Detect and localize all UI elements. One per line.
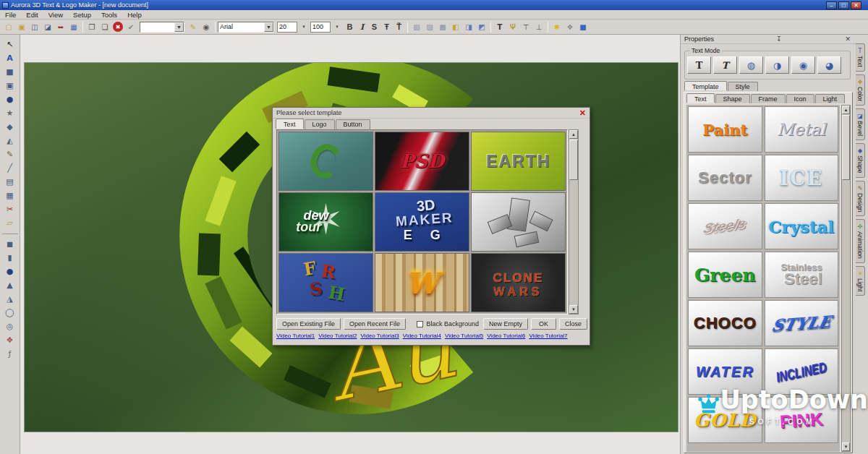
texture-icon[interactable]: ▩ — [436, 21, 449, 33]
depth-field[interactable]: 100 — [310, 22, 331, 33]
rect-shape-icon[interactable]: ■ — [3, 65, 17, 78]
style-thumb-stainless-steel[interactable]: Stainless Steel — [765, 252, 839, 298]
texture-tool-icon[interactable]: ▤ — [3, 175, 17, 188]
style-thumb-metal[interactable]: Metal — [765, 106, 839, 153]
menu-help[interactable]: Help — [122, 11, 147, 19]
template-thumb-aurora-logo[interactable] — [278, 132, 373, 191]
video-tutorial-link-1[interactable]: Video Tutorial1 — [276, 333, 315, 339]
menu-view[interactable]: View — [43, 11, 68, 19]
dock-tab-shape[interactable]: ◆Shape — [856, 143, 865, 178]
properties-header[interactable]: Properties ↧ ✕ — [681, 35, 856, 44]
shape-3d-icon[interactable]: Ψ — [506, 21, 519, 33]
video-tutorial-link-2[interactable]: Video Tutorial2 — [318, 333, 357, 339]
new-empty-button[interactable]: New Empty — [483, 318, 528, 330]
font-combo-arrow[interactable]: ▼ — [264, 22, 273, 32]
sphere-mode-1-button[interactable]: ◍ — [747, 60, 755, 71]
material-tool-icon[interactable]: ❖ — [3, 333, 17, 346]
template-thumb-clone-wars[interactable]: CLONE WARS — [471, 253, 566, 312]
style-thumb-crystal[interactable]: Crystal — [765, 203, 839, 249]
copy-icon[interactable]: ❐ — [85, 21, 98, 33]
tab-cat-icon[interactable]: Icon — [786, 94, 814, 103]
export-icon[interactable]: ➥ — [54, 21, 67, 33]
scroll-thumb[interactable] — [569, 140, 578, 180]
minimize-button[interactable]: – — [826, 1, 837, 9]
template-thumb-3d-maker[interactable]: 3D MAKER E G — [375, 192, 469, 252]
text-tool-icon[interactable]: A — [3, 51, 17, 64]
tab-text[interactable]: Text — [276, 119, 304, 129]
video-tutorial-link-4[interactable]: Video Tutorial4 — [403, 333, 441, 339]
save-icon[interactable]: ◫ — [28, 21, 41, 33]
cylinder-shape-icon[interactable]: ▮ — [3, 251, 17, 264]
cone-shape-icon[interactable]: ▲ — [3, 278, 17, 291]
dock-tab-design[interactable]: ✎Design — [856, 181, 865, 216]
open-icon[interactable]: ▣ — [15, 21, 28, 33]
style-thumb-paint[interactable]: Paint — [688, 106, 762, 153]
close-button[interactable]: Close — [559, 318, 587, 330]
dialog-title-bar[interactable]: Please select template ✕ — [273, 108, 590, 119]
tab-cat-light[interactable]: Light — [815, 94, 846, 103]
save-as-icon[interactable]: ◪ — [41, 21, 54, 33]
tab-logo[interactable]: Logo — [305, 119, 335, 129]
template-thumb-psd[interactable]: PSD — [375, 132, 469, 191]
shadow-button[interactable]: S — [368, 21, 380, 33]
scroll-up-icon[interactable]: ▲ — [569, 130, 578, 139]
pen-tool-icon[interactable]: ✎ — [3, 147, 17, 160]
effects-icon[interactable]: ✱ — [550, 21, 563, 33]
star-shape-icon[interactable]: ★ — [3, 106, 17, 119]
arc-text-button[interactable]: T̃ — [393, 21, 405, 33]
color-fill-icon[interactable]: ■ — [576, 21, 590, 33]
line-tool-icon[interactable]: ╱ — [3, 161, 17, 174]
cut-tool-icon[interactable]: ✂ — [3, 202, 17, 215]
style-thumb-steels[interactable]: Steels — [688, 203, 762, 249]
horizontal-text-mode-button[interactable]: T — [687, 56, 711, 74]
scroll-down-icon[interactable]: ▼ — [842, 442, 850, 451]
font-family-combo[interactable]: Arial ▼ — [218, 22, 274, 33]
template-grid-scrollbar[interactable]: ▲ ▼ — [569, 129, 579, 314]
dock-tab-animation[interactable]: ✣Animation — [856, 219, 865, 263]
pyramid-shape-icon[interactable]: ◮ — [3, 292, 17, 305]
node-edit-icon[interactable]: ◭ — [3, 134, 17, 147]
close-window-button[interactable]: ✕ — [851, 1, 861, 9]
open-recent-file-button[interactable]: Open Recent File — [344, 318, 406, 330]
style-thumb-choco[interactable]: CHOCO — [688, 300, 762, 346]
pencil-icon[interactable]: ✎ — [187, 21, 200, 33]
new-icon[interactable]: ▢ — [2, 21, 15, 33]
ring-shape-icon[interactable]: ◯ — [3, 306, 17, 319]
record-icon[interactable]: ◉ — [200, 21, 213, 33]
style-thumb-style[interactable]: STYLE — [765, 300, 839, 346]
tab-cat-shape[interactable]: Shape — [715, 94, 750, 103]
menu-edit[interactable]: Edit — [21, 11, 43, 19]
text-3d-icon[interactable]: T — [493, 21, 506, 33]
title-bar[interactable]: Aurora 3D Text & Logo Maker - [new docum… — [0, 0, 868, 10]
style-thumb-sector[interactable]: Sector — [688, 155, 762, 201]
black-background-checkbox[interactable] — [417, 321, 423, 327]
dock-tab-bevel[interactable]: ◪Bevel — [856, 108, 865, 140]
depth-spinner[interactable]: ▾ — [331, 21, 344, 33]
grid-icon[interactable]: ◧ — [449, 21, 462, 33]
preset-combo-arrow[interactable]: ▼ — [174, 22, 184, 32]
template-thumb-fresh[interactable]: F R S H — [278, 253, 373, 312]
effects-tool-icon[interactable]: ƒ — [3, 347, 17, 360]
dialog-close-icon[interactable]: ✕ — [579, 109, 586, 117]
tab-cat-text[interactable]: Text — [686, 93, 715, 103]
preset-combo[interactable]: ▼ — [140, 22, 184, 33]
bevel-icon[interactable]: ⊥ — [532, 21, 545, 33]
font-size-spinner[interactable]: ▾ — [297, 21, 310, 33]
polygon-shape-icon[interactable]: ◆ — [3, 120, 17, 133]
dock-tab-text[interactable]: TText — [856, 43, 865, 72]
panel-close-icon[interactable]: ✕ — [843, 35, 852, 43]
style-thumb-green[interactable]: Green — [688, 252, 762, 298]
scroll-up-icon[interactable]: ▲ — [842, 106, 850, 114]
menu-setup[interactable]: Setup — [68, 11, 96, 19]
tab-button[interactable]: Button — [336, 119, 370, 129]
cube-shape-icon[interactable]: ◼ — [3, 237, 17, 250]
wireframe-icon[interactable]: ▧ — [410, 21, 423, 33]
solid-icon[interactable]: ▨ — [423, 21, 436, 33]
video-tutorial-link-5[interactable]: Video Tutorial5 — [445, 333, 483, 339]
tab-style[interactable]: Style — [728, 82, 758, 91]
template-thumb-flaming-w[interactable]: W — [375, 253, 469, 312]
font-size-field[interactable]: 20 — [277, 22, 297, 33]
image-tool-icon[interactable]: ▦ — [3, 189, 17, 202]
scroll-thumb[interactable] — [842, 115, 850, 180]
template-thumb-blocks[interactable] — [471, 192, 566, 252]
